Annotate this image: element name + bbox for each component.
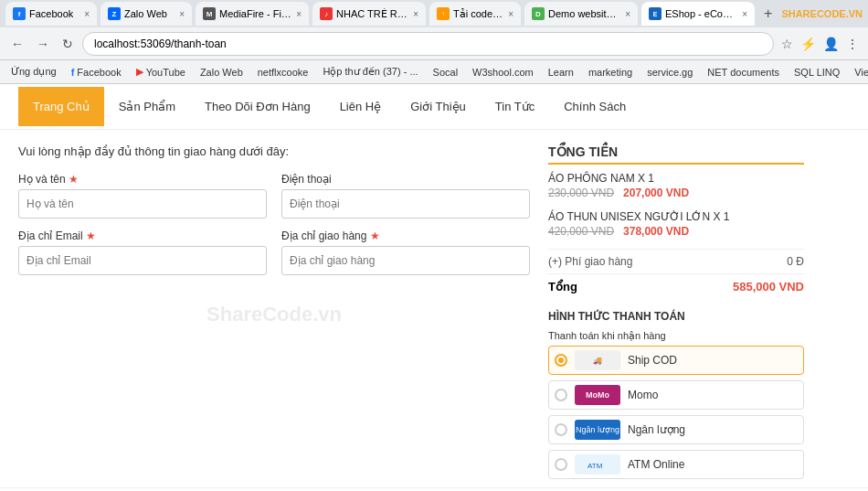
- bookmark-netflx[interactable]: netflxcooke: [254, 66, 312, 79]
- bookmark-zalo-text: Zalo Web: [200, 67, 243, 78]
- bookmark-hophu[interactable]: Hộp thư đến (37) - ...: [319, 65, 421, 79]
- form-group-diachi: Địa chỉ giao hàng ★: [281, 229, 530, 275]
- payment-options: 🚚 Ship COD MoMo Momo Ngân lượng: [548, 346, 804, 479]
- account-icon[interactable]: 👤: [821, 35, 841, 53]
- hoten-input[interactable]: [18, 189, 267, 219]
- tab-nhac-label: NHAC TRẺ REMIX...: [336, 8, 409, 20]
- payment-option-nganlg[interactable]: Ngân lượng Ngân lượng: [548, 415, 804, 444]
- tab-eshop-close[interactable]: ×: [742, 9, 747, 19]
- order-item-1-prices: 230,000 VND 207,000 VND: [548, 187, 804, 199]
- nav-trang-chu[interactable]: Trang Chủ: [18, 87, 104, 126]
- demo-favicon: D: [532, 7, 545, 20]
- nav-gioi-thieu[interactable]: Giới Thiệu: [396, 87, 481, 126]
- phone-input[interactable]: [281, 189, 530, 219]
- bookmark-socal[interactable]: Socal: [429, 66, 462, 79]
- bookmark-servicegg[interactable]: service.gg: [643, 66, 696, 79]
- tab-demo-close[interactable]: ×: [625, 9, 630, 19]
- reload-button[interactable]: ↻: [58, 35, 77, 53]
- new-tab-button[interactable]: +: [758, 4, 778, 24]
- bookmark-netdoc[interactable]: NET documents: [704, 66, 783, 79]
- radio-atm[interactable]: [555, 458, 567, 471]
- address-bar[interactable]: [82, 32, 774, 56]
- bookmark-marketing[interactable]: marketing: [585, 66, 636, 79]
- tab-zalo[interactable]: Z Zalo Web ×: [101, 2, 192, 26]
- bookmark-zalo[interactable]: Zalo Web: [196, 66, 247, 79]
- bookmark-facebook[interactable]: f Facebook: [68, 66, 125, 79]
- order-item-1-original: 230,000 VND: [548, 187, 614, 199]
- total-row: Tổng 585,000 VND: [548, 273, 804, 299]
- browser-titlebar: f Facebook × Z Zalo Web × M MediaFire - …: [0, 0, 868, 27]
- payment-section: HÌNH THỨC THANH TOÁN Thanh toán khi nhận…: [548, 310, 804, 487]
- nav-chinh-sach[interactable]: Chính Sách: [549, 87, 640, 126]
- menu-icon[interactable]: ⋮: [844, 35, 861, 53]
- nav-items: Trang Chủ Sản Phẩm Theo Dõi Đơn Hàng Liê…: [18, 87, 640, 126]
- sharecode-logo-text: SHARECODE.VN: [781, 8, 863, 19]
- diachi-input[interactable]: [281, 246, 530, 275]
- cod-logo: 🚚: [575, 350, 620, 370]
- bookmark-learn-text: Learn: [548, 67, 574, 78]
- tab-zalo-close[interactable]: ×: [179, 9, 185, 19]
- bookmark-socal-text: Socal: [433, 67, 459, 78]
- radio-momo[interactable]: [555, 389, 567, 401]
- bookmark-sqllinq[interactable]: SQL LINQ: [790, 66, 843, 79]
- bookmark-youtube[interactable]: ▶ YouTube: [132, 65, 189, 79]
- bookmark-netdoc-text: NET documents: [707, 67, 779, 78]
- back-button[interactable]: ←: [7, 35, 27, 53]
- bookmark-w3[interactable]: W3shool.com: [469, 66, 537, 79]
- tab-tai[interactable]: ↑ Tải code lên ×: [429, 2, 521, 26]
- eshop-favicon: E: [649, 7, 662, 20]
- forward-button[interactable]: →: [33, 35, 53, 53]
- tab-mediafire[interactable]: M MediaFire - File shari... ×: [196, 2, 309, 26]
- bookmark-servicegg-text: service.gg: [647, 67, 693, 78]
- tab-facebook[interactable]: f Facebook ×: [5, 2, 97, 26]
- extensions-icon[interactable]: ⚡: [799, 35, 818, 53]
- nav-lien-he[interactable]: Liên Hệ: [325, 87, 397, 126]
- payment-option-atm[interactable]: ATM ATM Online: [548, 450, 804, 479]
- facebook-favicon: f: [13, 7, 26, 20]
- bookmark-facebook-text: Facebook: [77, 67, 121, 78]
- footer-copyright: Copyright © ShareCode.vn: [0, 487, 868, 491]
- nganlg-logo: Ngân lượng: [575, 420, 620, 440]
- tab-nhac-close[interactable]: ×: [413, 9, 418, 19]
- nav-theo-doi[interactable]: Theo Dõi Đơn Hàng: [190, 87, 325, 126]
- bookmark-icon[interactable]: ☆: [779, 35, 795, 53]
- tab-zalo-label: Zalo Web: [124, 8, 167, 19]
- tab-tai-close[interactable]: ×: [508, 9, 513, 19]
- order-item-2-prices: 420,000 VND 378,000 VND: [548, 225, 804, 238]
- bookmark-marketing-text: marketing: [588, 67, 632, 78]
- watermark: ShareCode.vn: [18, 303, 530, 326]
- tab-mediafire-close[interactable]: ×: [296, 9, 302, 19]
- payment-option-momo[interactable]: MoMo Momo: [548, 380, 804, 410]
- form-group-phone: Điện thoại: [281, 173, 530, 219]
- email-label: Địa chỉ Email ★: [18, 229, 267, 242]
- total-label: Tổng: [548, 280, 577, 294]
- shipping-label: (+) Phí giao hàng: [548, 255, 632, 268]
- atm-logo: ATM: [575, 454, 620, 475]
- site-navigation: Trang Chủ Sản Phẩm Theo Dõi Đơn Hàng Liê…: [0, 84, 868, 130]
- bookmark-sqllinq-text: SQL LINQ: [794, 67, 840, 78]
- bookmark-apps[interactable]: Ứng dụng: [7, 65, 60, 79]
- bookmark-vieclam-text: ViecLam: [854, 67, 868, 78]
- payment-option-cod[interactable]: 🚚 Ship COD: [548, 346, 804, 375]
- form-group-email: Địa chỉ Email ★: [18, 229, 267, 275]
- bookmark-hophu-text: Hộp thư đến (37) - ...: [323, 66, 418, 78]
- tab-facebook-close[interactable]: ×: [84, 9, 90, 19]
- browser-chrome: f Facebook × Z Zalo Web × M MediaFire - …: [0, 0, 868, 84]
- bookmark-netflx-text: netflxcooke: [258, 67, 309, 78]
- shipping-amount: 0 Đ: [787, 255, 804, 268]
- bookmark-vieclam[interactable]: ViecLam: [851, 66, 868, 79]
- tab-facebook-label: Facebook: [29, 8, 73, 19]
- shipping-row: (+) Phí giao hàng 0 Đ: [548, 249, 804, 273]
- cod-group-label: Thanh toán khi nhận hàng: [548, 330, 804, 342]
- nav-san-pham[interactable]: Sản Phẩm: [104, 87, 190, 126]
- email-input[interactable]: [18, 246, 267, 275]
- tab-demo[interactable]: D Demo website ASP. N... ×: [524, 2, 638, 26]
- bookmark-learn[interactable]: Learn: [545, 66, 577, 79]
- radio-cod[interactable]: [555, 354, 567, 367]
- email-required: ★: [86, 229, 96, 242]
- diachi-label: Địa chỉ giao hàng ★: [281, 229, 530, 242]
- tab-nhac[interactable]: ♪ NHAC TRẺ REMIX... ×: [312, 2, 426, 26]
- radio-nganlg[interactable]: [555, 423, 567, 436]
- tab-eshop[interactable]: E EShop - eCommerce H... ×: [641, 2, 755, 26]
- nav-tin-tuc[interactable]: Tin Tức: [481, 87, 549, 126]
